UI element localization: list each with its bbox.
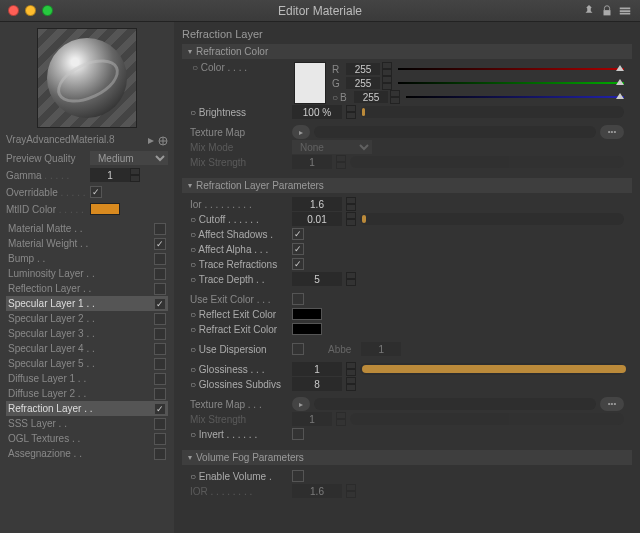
cutoff-slider[interactable] bbox=[360, 213, 624, 225]
layer-item[interactable]: Material Matte . . bbox=[6, 221, 168, 236]
layer-item[interactable]: Diffuse Layer 2 . . bbox=[6, 386, 168, 401]
layer-checkbox[interactable] bbox=[154, 388, 166, 400]
layer-label: Reflection Layer . . bbox=[8, 283, 154, 294]
layer-item[interactable]: OGL Textures . . bbox=[6, 431, 168, 446]
layer-checkbox[interactable] bbox=[154, 313, 166, 325]
layer-checkbox[interactable] bbox=[154, 328, 166, 340]
texmap2-button[interactable]: ▸ bbox=[292, 397, 310, 411]
layer-checkbox[interactable] bbox=[154, 418, 166, 430]
mixstr-label: Mix Strength bbox=[190, 157, 288, 168]
reflexit-label: ○ Reflect Exit Color bbox=[190, 309, 288, 320]
layer-checkbox[interactable]: ✓ bbox=[154, 238, 166, 250]
g-slider[interactable] bbox=[398, 78, 624, 88]
globe-icon[interactable] bbox=[158, 136, 168, 146]
layer-label: SSS Layer . . bbox=[8, 418, 154, 429]
affal-label: ○ Affect Alpha . . . bbox=[190, 244, 288, 255]
traced-input[interactable] bbox=[292, 272, 342, 286]
r-input[interactable] bbox=[346, 63, 380, 75]
b-input[interactable] bbox=[354, 91, 388, 103]
layer-item[interactable]: Refraction Layer . .✓ bbox=[6, 401, 168, 416]
title-bar: Editor Materiale bbox=[0, 0, 640, 22]
traced-label: ○ Trace Depth . . bbox=[190, 274, 288, 285]
layer-checkbox[interactable] bbox=[154, 283, 166, 295]
layer-label: Specular Layer 5 . . bbox=[8, 358, 154, 369]
layer-item[interactable]: Specular Layer 4 . . bbox=[6, 341, 168, 356]
invert-checkbox[interactable] bbox=[292, 428, 304, 440]
layer-checkbox[interactable] bbox=[154, 433, 166, 445]
layer-list: Material Matte . .Material Weight . .✓Bu… bbox=[6, 221, 168, 461]
reflexit-swatch[interactable] bbox=[292, 308, 322, 320]
layer-checkbox[interactable]: ✓ bbox=[154, 298, 166, 310]
layer-item[interactable]: Specular Layer 2 . . bbox=[6, 311, 168, 326]
mtlid-swatch[interactable] bbox=[90, 203, 120, 215]
refrexit-swatch[interactable] bbox=[292, 323, 322, 335]
layer-label: Luminosity Layer . . bbox=[8, 268, 154, 279]
preview-quality-select[interactable]: Medium bbox=[90, 151, 168, 165]
texmap2-label: Texture Map . . . bbox=[190, 399, 288, 410]
layer-checkbox[interactable] bbox=[154, 358, 166, 370]
layer-item[interactable]: Diffuse Layer 1 . . bbox=[6, 371, 168, 386]
layer-label: Specular Layer 4 . . bbox=[8, 343, 154, 354]
layer-checkbox[interactable] bbox=[154, 223, 166, 235]
texmap2-slot[interactable] bbox=[314, 398, 596, 410]
layer-item[interactable]: Specular Layer 1 . .✓ bbox=[6, 296, 168, 311]
texmap-slot[interactable] bbox=[314, 126, 596, 138]
gloss-label: ○ Glossiness . . . bbox=[190, 364, 288, 375]
section-refraction-params[interactable]: Refraction Layer Parameters bbox=[182, 178, 632, 193]
gloss-input[interactable] bbox=[292, 362, 342, 376]
mixstr2-label: Mix Strength bbox=[190, 414, 288, 425]
texmap-label: Texture Map bbox=[190, 127, 288, 138]
abbe-input bbox=[361, 342, 401, 356]
texmap2-more[interactable]: ••• bbox=[600, 397, 624, 411]
refrexit-label: ○ Refract Exit Color bbox=[190, 324, 288, 335]
affsh-checkbox[interactable]: ✓ bbox=[292, 228, 304, 240]
layer-checkbox[interactable] bbox=[154, 373, 166, 385]
color-label: ○ Color . . . . bbox=[190, 62, 247, 73]
gloss-slider[interactable] bbox=[360, 363, 624, 375]
layer-checkbox[interactable] bbox=[154, 268, 166, 280]
layer-item[interactable]: Material Weight . .✓ bbox=[6, 236, 168, 251]
layer-label: Specular Layer 1 . . bbox=[8, 298, 154, 309]
material-name: VrayAdvancedMaterial.8 bbox=[6, 132, 115, 149]
layer-checkbox[interactable] bbox=[154, 253, 166, 265]
g-input[interactable] bbox=[346, 77, 380, 89]
layer-item[interactable]: Assegnazione . . bbox=[6, 446, 168, 461]
layer-item[interactable]: Bump . . bbox=[6, 251, 168, 266]
layer-item[interactable]: Specular Layer 5 . . bbox=[6, 356, 168, 371]
material-preview[interactable] bbox=[37, 28, 137, 128]
layer-checkbox[interactable]: ✓ bbox=[154, 403, 166, 415]
layer-item[interactable]: SSS Layer . . bbox=[6, 416, 168, 431]
layer-item[interactable]: Specular Layer 3 . . bbox=[6, 326, 168, 341]
layer-checkbox[interactable] bbox=[154, 448, 166, 460]
texmap-button[interactable]: ▸ bbox=[292, 125, 310, 139]
texmap-more[interactable]: ••• bbox=[600, 125, 624, 139]
tracere-label: ○ Trace Refractions bbox=[190, 259, 288, 270]
brightness-slider[interactable] bbox=[360, 106, 624, 118]
b-slider[interactable] bbox=[406, 92, 624, 102]
affal-checkbox[interactable]: ✓ bbox=[292, 243, 304, 255]
usedisp-checkbox[interactable] bbox=[292, 343, 304, 355]
brightness-input[interactable] bbox=[292, 105, 342, 119]
layer-item[interactable]: Luminosity Layer . . bbox=[6, 266, 168, 281]
ior2-input bbox=[292, 484, 342, 498]
r-slider[interactable] bbox=[398, 64, 624, 74]
section-volume-fog[interactable]: Volume Fog Parameters bbox=[182, 450, 632, 465]
cutoff-input[interactable] bbox=[292, 212, 342, 226]
section-refraction-color[interactable]: Refraction Color bbox=[182, 44, 632, 59]
ior-input[interactable] bbox=[292, 197, 342, 211]
gamma-input[interactable] bbox=[90, 168, 130, 182]
overridable-checkbox[interactable]: ✓ bbox=[90, 186, 102, 198]
tracere-checkbox[interactable]: ✓ bbox=[292, 258, 304, 270]
glosssub-input[interactable] bbox=[292, 377, 342, 391]
layer-item[interactable]: Reflection Layer . . bbox=[6, 281, 168, 296]
color-swatch[interactable] bbox=[294, 62, 326, 104]
brightness-label: ○ Brightness bbox=[190, 107, 288, 118]
envol-checkbox[interactable] bbox=[292, 470, 304, 482]
useexit-checkbox[interactable] bbox=[292, 293, 304, 305]
arrow-icon[interactable] bbox=[146, 136, 156, 146]
invert-label: ○ Invert . . . . . . bbox=[190, 429, 288, 440]
gamma-spinner[interactable] bbox=[130, 168, 140, 182]
preview-quality-label: Preview Quality bbox=[6, 153, 90, 164]
layer-checkbox[interactable] bbox=[154, 343, 166, 355]
layer-label: Material Weight . . bbox=[8, 238, 154, 249]
